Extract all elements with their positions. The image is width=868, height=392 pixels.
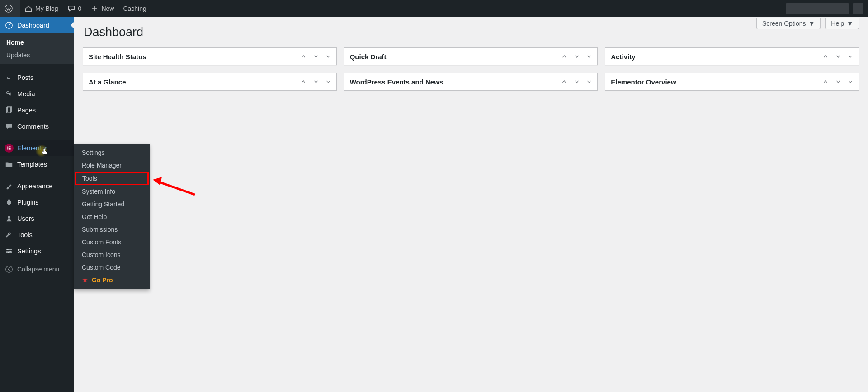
brush-icon	[5, 182, 14, 191]
sidebar-collapse-label: Collapse menu	[17, 266, 59, 273]
sidebar-collapse[interactable]: Collapse menu	[0, 261, 74, 277]
svg-point-12	[8, 252, 9, 253]
screen-options-label: Screen Options	[762, 20, 806, 27]
postbox-activity: Activity	[605, 47, 859, 65]
svg-point-9	[8, 216, 10, 219]
flyout-custom-icons[interactable]: Custom Icons	[74, 248, 150, 261]
adminbar-wp-logo[interactable]	[0, 0, 20, 17]
flyout-submissions[interactable]: Submissions	[74, 223, 150, 236]
move-up-icon[interactable]	[822, 53, 829, 60]
elementor-icon	[5, 144, 14, 153]
flyout-system-info[interactable]: System Info	[74, 185, 150, 198]
sidebar-item-users[interactable]: Users	[0, 210, 74, 227]
flyout-custom-code[interactable]: Custom Code	[74, 261, 150, 274]
adminbar-caching[interactable]: Caching	[118, 0, 151, 17]
chevron-down-icon: ▼	[847, 20, 853, 27]
flyout-custom-fonts[interactable]: Custom Fonts	[74, 236, 150, 248]
move-up-icon[interactable]	[561, 53, 567, 60]
pages-icon	[5, 106, 14, 115]
flyout-role-manager[interactable]: Role Manager	[74, 159, 150, 172]
help-label: Help	[831, 20, 844, 27]
sidebar-item-label: Tools	[17, 231, 33, 238]
move-up-icon[interactable]	[300, 53, 307, 60]
move-down-icon[interactable]	[835, 79, 841, 85]
sidebar-item-dashboard[interactable]: Dashboard	[0, 17, 74, 33]
sidebar-item-comments[interactable]: Comments	[0, 118, 74, 135]
postbox-quick-draft: Quick Draft	[344, 47, 598, 65]
star-icon	[82, 277, 88, 283]
move-down-icon[interactable]	[574, 79, 580, 85]
move-down-icon[interactable]	[313, 79, 319, 85]
move-up-icon[interactable]	[561, 79, 567, 85]
adminbar-site[interactable]: My Blog	[20, 0, 63, 17]
adminbar-new[interactable]: New	[86, 0, 118, 17]
sliders-icon	[5, 247, 14, 256]
comment-icon	[67, 5, 75, 13]
sidebar-item-label: Media	[17, 90, 35, 98]
sidebar-item-media[interactable]: Media	[0, 86, 74, 102]
plug-icon	[5, 198, 14, 207]
svg-rect-6	[9, 146, 10, 147]
help-button[interactable]: Help ▼	[825, 18, 859, 29]
flyout-tools[interactable]: Tools	[75, 172, 149, 185]
toggle-icon[interactable]	[586, 54, 592, 59]
sidebar-item-posts[interactable]: Posts	[0, 70, 74, 86]
postbox-title: Activity	[611, 53, 635, 61]
sidebar-sub-home[interactable]: Home	[0, 36, 74, 49]
adminbar-site-name: My Blog	[35, 5, 58, 12]
flyout-getting-started[interactable]: Getting Started	[74, 198, 150, 210]
adminbar-caching-label: Caching	[123, 5, 146, 12]
sidebar-sub-updates[interactable]: Updates	[0, 49, 74, 61]
toggle-icon[interactable]	[326, 79, 331, 84]
toggle-icon[interactable]	[848, 54, 853, 59]
sidebar-item-templates[interactable]: Templates	[0, 156, 74, 173]
sidebar-item-elementor[interactable]: Elementor	[0, 140, 74, 156]
postbox-site-health: Site Health Status	[83, 47, 337, 65]
postbox-title: Elementor Overview	[611, 78, 676, 86]
flyout-settings[interactable]: Settings	[74, 146, 150, 159]
elementor-flyout-submenu: Settings Role Manager Tools System Info …	[74, 144, 150, 289]
content-area: Screen Options ▼ Help ▼ Dashboard Site H…	[74, 17, 868, 392]
adminbar-user-placeholder[interactable]	[786, 3, 849, 14]
sidebar-item-plugins[interactable]: Plugins	[0, 194, 74, 210]
dashboard-col-3: Activity Elementor Overview	[605, 47, 859, 91]
svg-point-10	[7, 249, 9, 250]
sidebar-item-tools[interactable]: Tools	[0, 227, 74, 243]
toggle-icon[interactable]	[326, 54, 331, 59]
move-down-icon[interactable]	[313, 53, 319, 60]
toggle-icon[interactable]	[848, 79, 853, 84]
sidebar-item-label: Elementor	[17, 145, 47, 152]
sidebar-item-appearance[interactable]: Appearance	[0, 178, 74, 194]
move-up-icon[interactable]	[822, 79, 829, 85]
user-icon	[5, 214, 14, 223]
flyout-go-pro[interactable]: Go Pro	[74, 274, 150, 286]
plus-icon	[90, 5, 99, 13]
chevron-down-icon: ▼	[808, 20, 815, 27]
page-title: Dashboard	[84, 25, 859, 39]
postbox-wp-events: WordPress Events and News	[344, 73, 598, 91]
flyout-get-help[interactable]: Get Help	[74, 210, 150, 223]
folder-icon	[5, 160, 14, 169]
move-down-icon[interactable]	[835, 53, 841, 60]
adminbar-avatar-placeholder[interactable]	[853, 3, 863, 14]
toggle-icon[interactable]	[586, 79, 592, 84]
sidebar-item-label: Posts	[17, 74, 33, 81]
media-icon	[5, 89, 14, 98]
sidebar-item-pages[interactable]: Pages	[0, 102, 74, 118]
sidebar-item-settings[interactable]: Settings	[0, 243, 74, 259]
svg-rect-8	[9, 149, 10, 150]
adminbar-comments[interactable]: 0	[63, 0, 86, 17]
wrench-icon	[5, 230, 14, 239]
postbox-title: Quick Draft	[350, 53, 387, 61]
dashboard-columns: Site Health Status At a Glance	[83, 47, 859, 91]
svg-rect-5	[7, 146, 8, 149]
flyout-go-pro-label: Go Pro	[92, 276, 113, 284]
postbox-at-a-glance: At a Glance	[83, 73, 337, 91]
move-up-icon[interactable]	[300, 79, 307, 85]
screen-options-button[interactable]: Screen Options ▼	[756, 18, 821, 29]
svg-point-11	[9, 251, 11, 252]
dashboard-col-1: Site Health Status At a Glance	[83, 47, 337, 91]
sidebar-item-label: Templates	[17, 161, 47, 168]
sidebar-dashboard-submenu: Home Updates	[0, 33, 74, 64]
move-down-icon[interactable]	[574, 53, 580, 60]
